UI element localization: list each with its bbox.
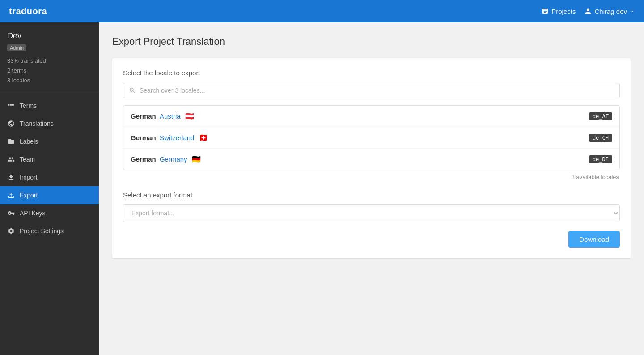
select-locale-label: Select the locale to export <box>123 69 620 77</box>
locale-list: German Austria 🇦🇹 de_AT German Switzerla… <box>123 105 620 170</box>
flag-germany: 🇩🇪 <box>192 155 201 163</box>
sidebar-label-export: Export <box>20 192 38 199</box>
sidebar-item-import[interactable]: Import <box>0 168 99 186</box>
projects-link[interactable]: Projects <box>542 8 576 15</box>
sidebar-label-translations: Translations <box>20 120 54 127</box>
sidebar-label-api-keys: API Keys <box>20 210 46 217</box>
topnav: traduora Projects Chirag dev <box>0 0 644 22</box>
export-icon <box>7 191 15 199</box>
globe-icon <box>7 120 15 128</box>
sidebar-item-api-keys[interactable]: API Keys <box>0 204 99 222</box>
stat-terms: 2 terms <box>7 66 92 76</box>
locale-name-de-de: German Germany 🇩🇪 <box>131 155 201 163</box>
sidebar-stats: 33% translated 2 terms 3 locales <box>7 56 92 86</box>
locale-code-de-de: de_DE <box>589 155 612 163</box>
sidebar-item-team[interactable]: Team <box>0 150 99 168</box>
sidebar-item-terms[interactable]: Terms <box>0 97 99 115</box>
sidebar-nav: Terms Translations Labels <box>0 93 99 355</box>
locale-name-de-ch: German Switzerland 🇨🇭 <box>131 133 208 142</box>
search-icon <box>129 87 136 94</box>
locale-item-de-at[interactable]: German Austria 🇦🇹 de_AT <box>123 106 619 127</box>
topnav-right: Projects Chirag dev <box>542 8 635 15</box>
download-row: Download <box>123 231 620 248</box>
project-info: Dev Admin 33% translated 2 terms 3 local… <box>0 22 99 93</box>
stat-percent: 33% translated <box>7 56 92 66</box>
locale-code-de-ch: de_CH <box>589 134 612 142</box>
project-name: Dev <box>7 31 92 41</box>
list-icon <box>7 102 15 110</box>
locale-name-de-at: German Austria 🇦🇹 <box>131 112 194 120</box>
projects-label: Projects <box>551 8 576 15</box>
locale-search-box[interactable] <box>123 83 620 98</box>
sidebar-item-project-settings[interactable]: Project Settings <box>0 222 99 240</box>
logo: traduora <box>9 6 47 17</box>
main-layout: Dev Admin 33% translated 2 terms 3 local… <box>0 22 644 355</box>
sidebar-label-project-settings: Project Settings <box>20 227 64 235</box>
available-count: 3 available locales <box>123 174 620 180</box>
export-format-label: Select an export format <box>123 191 620 199</box>
sidebar-item-export[interactable]: Export <box>0 186 99 204</box>
locale-code-de-at: de_AT <box>589 112 612 120</box>
locale-item-de-de[interactable]: German Germany 🇩🇪 de_DE <box>123 149 619 170</box>
import-icon <box>7 173 15 181</box>
projects-icon <box>542 8 549 15</box>
stat-locales: 3 locales <box>7 76 92 86</box>
export-format-select[interactable]: Export format... <box>123 204 620 222</box>
key-icon <box>7 209 15 217</box>
locale-item-de-ch[interactable]: German Switzerland 🇨🇭 de_CH <box>123 127 619 149</box>
sidebar-label-team: Team <box>20 156 35 163</box>
sidebar-label-labels: Labels <box>20 138 38 145</box>
user-label: Chirag dev <box>594 8 627 15</box>
sidebar-item-labels[interactable]: Labels <box>0 133 99 150</box>
admin-badge: Admin <box>7 44 26 51</box>
page-title: Export Project Translation <box>112 36 631 47</box>
sidebar: Dev Admin 33% translated 2 terms 3 local… <box>0 22 99 355</box>
export-card: Select the locale to export German Austr… <box>112 58 631 258</box>
sidebar-label-terms: Terms <box>20 102 37 109</box>
main-content: Export Project Translation Select the lo… <box>99 22 644 355</box>
user-menu[interactable]: Chirag dev <box>585 8 635 15</box>
download-button[interactable]: Download <box>568 231 620 248</box>
settings-icon <box>7 227 15 235</box>
sidebar-label-import: Import <box>20 174 38 181</box>
search-input[interactable] <box>140 87 614 94</box>
flag-switzerland: 🇨🇭 <box>199 134 208 141</box>
people-icon <box>7 155 15 163</box>
folder-icon <box>7 137 15 145</box>
user-icon <box>585 8 592 15</box>
flag-austria: 🇦🇹 <box>185 112 194 120</box>
sidebar-item-translations[interactable]: Translations <box>0 115 99 133</box>
chevron-down-icon <box>630 9 635 14</box>
